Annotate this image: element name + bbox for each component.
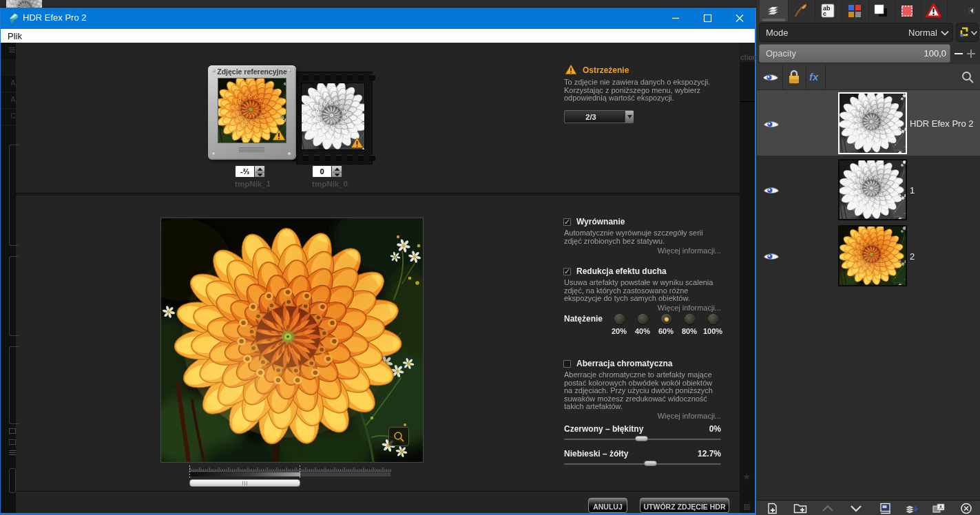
svg-text:c: c bbox=[823, 10, 826, 17]
